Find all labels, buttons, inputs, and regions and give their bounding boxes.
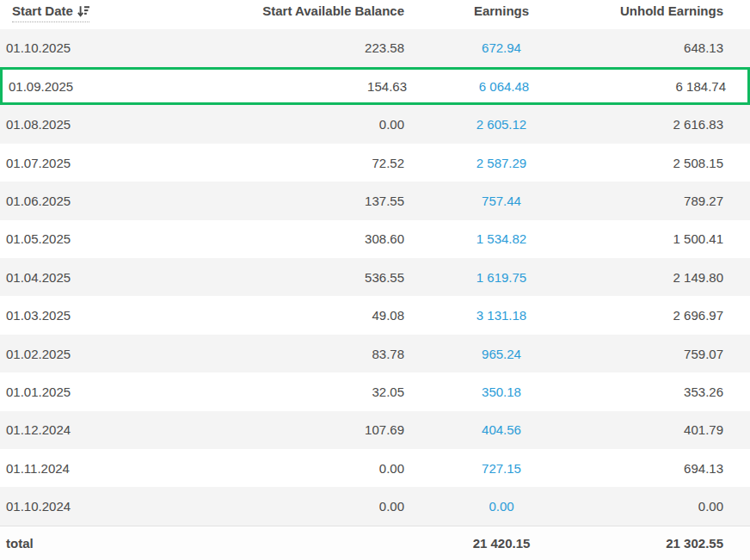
table-row: 01.01.2025 32.05 350.18 353.26 <box>0 372 750 410</box>
cell-start-available-balance: 0.00 <box>243 461 404 476</box>
cell-start-date: 01.09.2025 <box>3 79 246 94</box>
table-body: 01.10.2025 223.58 672.94 648.13 01.09.20… <box>0 29 750 526</box>
table-row: 01.07.2025 72.52 2 587.29 2 508.15 <box>0 144 750 182</box>
cell-start-available-balance: 32.05 <box>243 385 404 399</box>
cell-unhold-earnings: 2 696.97 <box>599 308 750 323</box>
table-row: 01.08.2025 0.00 2 605.12 2 616.83 <box>0 105 750 143</box>
cell-start-available-balance: 0.00 <box>243 117 404 132</box>
cell-earnings-link[interactable]: 2 587.29 <box>476 156 526 170</box>
cell-unhold-earnings: 2 149.80 <box>599 270 750 285</box>
cell-unhold-earnings: 6 184.74 <box>601 79 750 94</box>
cell-unhold-earnings: 0.00 <box>599 499 750 514</box>
cell-start-date: 01.02.2025 <box>0 347 243 361</box>
cell-unhold-earnings: 401.79 <box>599 422 750 437</box>
cell-earnings-link[interactable]: 965.24 <box>482 347 521 361</box>
cell-unhold-earnings: 694.13 <box>599 461 750 476</box>
sort-descending-icon <box>77 5 89 17</box>
cell-unhold-earnings: 1 500.41 <box>599 231 750 246</box>
table-row: 01.11.2024 0.00 727.15 694.13 <box>0 449 750 487</box>
column-header-unhold-earnings: Unhold Earnings <box>599 3 750 18</box>
cell-unhold-earnings: 759.07 <box>599 347 750 361</box>
cell-earnings-link[interactable]: 672.94 <box>482 40 521 55</box>
column-header-start-date-label: Start Date <box>12 3 73 18</box>
cell-earnings-link[interactable]: 3 131.18 <box>476 308 526 323</box>
cell-unhold-earnings: 353.26 <box>599 385 750 399</box>
cell-start-available-balance: 83.78 <box>243 347 404 361</box>
cell-start-date: 01.01.2025 <box>0 385 243 399</box>
cell-earnings-link[interactable]: 1 619.75 <box>476 270 526 285</box>
column-header-start-date: Start Date <box>0 3 243 22</box>
cell-start-date: 01.10.2025 <box>0 40 243 55</box>
table-row: 01.03.2025 49.08 3 131.18 2 696.97 <box>0 296 750 334</box>
cell-start-available-balance: 137.55 <box>243 194 404 208</box>
table-row: 01.04.2025 536.55 1 619.75 2 149.80 <box>0 258 750 296</box>
cell-unhold-earnings: 789.27 <box>599 194 750 208</box>
cell-earnings-link[interactable]: 2 605.12 <box>476 117 526 132</box>
cell-start-date: 01.05.2025 <box>0 231 243 246</box>
cell-start-date: 01.10.2024 <box>0 499 243 514</box>
column-header-start-available-balance: Start Available Balance <box>243 3 404 18</box>
cell-earnings-link[interactable]: 6 064.48 <box>479 79 529 94</box>
cell-earnings-link[interactable]: 1 534.82 <box>476 231 526 246</box>
cell-start-available-balance: 308.60 <box>243 231 404 246</box>
cell-unhold-earnings: 2 508.15 <box>599 156 750 170</box>
table-row: 01.02.2025 83.78 965.24 759.07 <box>0 335 750 372</box>
cell-start-date: 01.04.2025 <box>0 270 243 285</box>
table-row: 01.10.2024 0.00 0.00 0.00 <box>0 487 750 525</box>
total-unhold-earnings: 21 302.55 <box>599 536 750 551</box>
cell-start-date: 01.06.2025 <box>0 194 243 208</box>
column-header-earnings: Earnings <box>404 3 599 18</box>
cell-start-available-balance: 536.55 <box>243 270 404 285</box>
total-label: total <box>0 536 243 551</box>
cell-start-date: 01.03.2025 <box>0 308 243 323</box>
cell-start-available-balance: 107.69 <box>243 422 404 437</box>
cell-start-available-balance: 0.00 <box>243 499 404 514</box>
table-row: 01.09.2025 154.63 6 064.48 6 184.74 <box>0 67 750 105</box>
sort-control-start-date[interactable]: Start Date <box>12 3 89 22</box>
table-row: 01.10.2025 223.58 672.94 648.13 <box>0 29 750 67</box>
table-row: 01.06.2025 137.55 757.44 789.27 <box>0 182 750 219</box>
cell-start-date: 01.12.2024 <box>0 422 243 437</box>
table-row: 01.05.2025 308.60 1 534.82 1 500.41 <box>0 220 750 258</box>
table-row: 01.12.2024 107.69 404.56 401.79 <box>0 411 750 449</box>
cell-start-date: 01.07.2025 <box>0 156 243 170</box>
cell-start-available-balance: 49.08 <box>243 308 404 323</box>
total-row: total 21 420.15 21 302.55 <box>0 526 750 560</box>
cell-start-available-balance: 72.52 <box>243 156 404 170</box>
cell-earnings-link[interactable]: 757.44 <box>482 194 521 208</box>
cell-earnings-link[interactable]: 727.15 <box>482 461 521 476</box>
cell-start-date: 01.08.2025 <box>0 117 243 132</box>
table-header-row: Start Date Start Available Balance Earni… <box>0 0 750 29</box>
cell-unhold-earnings: 648.13 <box>599 40 750 55</box>
total-earnings: 21 420.15 <box>404 536 599 551</box>
cell-unhold-earnings: 2 616.83 <box>599 117 750 132</box>
cell-start-available-balance: 223.58 <box>243 40 404 55</box>
earnings-table: Start Date Start Available Balance Earni… <box>0 0 750 560</box>
cell-start-available-balance: 154.63 <box>246 79 407 94</box>
cell-earnings-link[interactable]: 404.56 <box>482 422 521 437</box>
cell-earnings-link[interactable]: 0.00 <box>489 499 513 514</box>
cell-earnings-link[interactable]: 350.18 <box>482 385 521 399</box>
cell-start-date: 01.11.2024 <box>0 461 243 476</box>
